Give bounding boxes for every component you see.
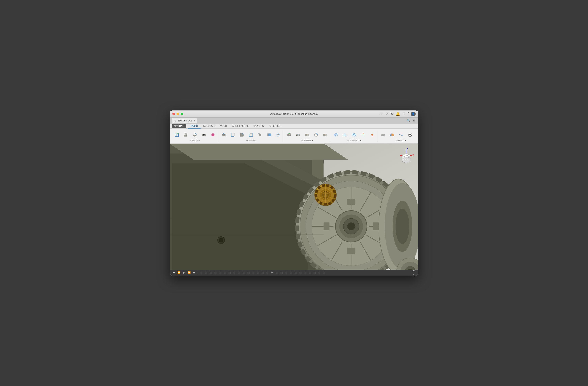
timeline-item-9[interactable]: ⬛ bbox=[237, 270, 241, 275]
forward-button[interactable]: ↻ bbox=[390, 112, 394, 116]
traffic-lights bbox=[172, 113, 183, 115]
create-label[interactable]: CREATE ▾ bbox=[190, 139, 200, 142]
timeline-item-20[interactable]: ⬛ bbox=[294, 270, 298, 275]
revolve-tool-button[interactable] bbox=[190, 131, 199, 139]
inspect-label-text: INSPECT ▾ bbox=[396, 139, 406, 142]
settings-gear-button[interactable]: ⚙ bbox=[412, 273, 416, 275]
user-avatar[interactable]: 👤 bbox=[411, 112, 416, 116]
rigid-group-button[interactable] bbox=[303, 131, 311, 139]
construct-label[interactable]: CONSTRUCT ▾ bbox=[347, 139, 361, 142]
zebra-button[interactable] bbox=[406, 131, 414, 139]
minimize-button[interactable] bbox=[176, 113, 179, 115]
skip-end-button[interactable]: ⏭ bbox=[192, 270, 196, 275]
timeline-item-18[interactable]: ⬛ bbox=[284, 270, 288, 275]
play-button[interactable]: ▶ bbox=[182, 270, 186, 275]
offset-plane-button[interactable] bbox=[332, 131, 340, 139]
next-frame-button[interactable]: ⏩ bbox=[187, 270, 191, 275]
scale-button[interactable] bbox=[256, 131, 264, 139]
measure-button[interactable] bbox=[379, 131, 387, 139]
maximize-button[interactable] bbox=[181, 113, 183, 115]
timeline-item-14[interactable]: ⬛ bbox=[260, 270, 265, 275]
timeline-item-4[interactable]: ⬛ bbox=[213, 270, 217, 275]
timeline-item-26[interactable]: ⬛ bbox=[322, 270, 326, 275]
timeline-item-21[interactable]: ⬛ bbox=[298, 270, 302, 275]
settings-icon[interactable]: ⚙ bbox=[412, 118, 416, 123]
extrude-icon bbox=[183, 132, 188, 137]
assemble-label[interactable]: ASSEMBLE ▾ bbox=[301, 139, 313, 142]
statusbar: ⏮ ⏪ ▶ ⏩ ⏭ ⬛ ⬛ ⬛ ⬛ ⬛ ⬛ ⬛ ⬛ ⬛ ⬛ ⬛ ⬛ ⬛ ⬛ ⬛ … bbox=[170, 270, 418, 275]
timeline-item-1[interactable]: ⬛ bbox=[199, 270, 203, 275]
modify-label[interactable]: MODIFY ▾ bbox=[246, 139, 255, 142]
interference-button[interactable] bbox=[388, 131, 396, 139]
tab-utilities[interactable]: UTILITIES bbox=[267, 124, 283, 129]
close-button[interactable] bbox=[172, 113, 175, 115]
timeline-item-7[interactable]: ⬛ bbox=[227, 270, 232, 275]
timeline-item-6[interactable]: ⬛ bbox=[223, 270, 227, 275]
tab-solid[interactable]: SOLID bbox=[188, 124, 201, 129]
tab-shield-icon: 🛡 bbox=[174, 119, 176, 122]
notification-icon[interactable]: 🔔 bbox=[396, 112, 400, 116]
press-pull-button[interactable] bbox=[219, 131, 228, 139]
shell-button[interactable] bbox=[247, 131, 255, 139]
help-icon[interactable]: ? bbox=[407, 112, 409, 116]
curvature-button[interactable] bbox=[397, 131, 405, 139]
timeline-item-5[interactable]: ⬛ bbox=[218, 270, 222, 275]
inspect-label[interactable]: INSPECT ▾ bbox=[396, 139, 406, 142]
timeline-item-10[interactable]: ⬛ bbox=[241, 270, 246, 275]
svg-rect-5 bbox=[184, 135, 187, 136]
freeform-tool-button[interactable] bbox=[209, 131, 217, 139]
timeline-item-13[interactable]: ⬛ bbox=[256, 270, 260, 275]
timeline-item-12[interactable]: ⬛ bbox=[251, 270, 255, 275]
timeline-item-8[interactable]: ⬛ bbox=[232, 270, 236, 275]
document-tab[interactable]: 🛡 550 Tank v42 × bbox=[172, 118, 197, 123]
timeline-item-22[interactable]: ⬛ bbox=[303, 270, 307, 275]
timeline-item-24[interactable]: ⬛ bbox=[312, 270, 317, 275]
midplane-button[interactable] bbox=[350, 131, 358, 139]
timeline-item-15[interactable]: ⬛ bbox=[265, 270, 269, 275]
svg-rect-113 bbox=[373, 222, 379, 230]
expand-icon[interactable]: ✥ bbox=[412, 270, 416, 273]
add-tab-button[interactable]: + bbox=[379, 112, 383, 116]
view-cube[interactable]: Z X TOP BACK bbox=[398, 148, 414, 163]
tab-close-button[interactable]: × bbox=[194, 119, 195, 122]
joint-button[interactable] bbox=[294, 131, 302, 139]
search-icon[interactable]: 🔍 bbox=[407, 118, 411, 123]
hole-tool-button[interactable] bbox=[200, 131, 208, 139]
svg-marker-17 bbox=[223, 133, 225, 134]
timeline-move-button[interactable]: ✥ bbox=[270, 270, 274, 275]
timeline-item-2[interactable]: ⬛ bbox=[204, 270, 208, 275]
point-button[interactable] bbox=[368, 131, 377, 139]
tab-sheetmetal[interactable]: SHEET METAL bbox=[230, 124, 251, 129]
extrude-tool-button[interactable] bbox=[181, 131, 190, 139]
contact-sets-button[interactable] bbox=[321, 131, 329, 139]
chamfer-button[interactable] bbox=[237, 131, 246, 139]
timeline-item-3[interactable]: ⬛ bbox=[209, 270, 213, 275]
timeline-item-23[interactable]: ⬛ bbox=[308, 270, 312, 275]
back-button[interactable]: ↺ bbox=[384, 112, 389, 116]
timeline-item-11[interactable]: ⬛ bbox=[246, 270, 251, 275]
accessibility-button[interactable] bbox=[415, 131, 418, 139]
svg-marker-27 bbox=[277, 136, 279, 137]
create-group: S bbox=[172, 131, 218, 142]
angled-plane-button[interactable] bbox=[341, 131, 349, 139]
timeline-item-25[interactable]: ⬛ bbox=[317, 270, 321, 275]
tab-plastic[interactable]: PLASTIC bbox=[251, 124, 267, 129]
combine-button[interactable] bbox=[265, 131, 273, 139]
tab-mesh[interactable]: MESH bbox=[217, 124, 230, 129]
skip-start-button[interactable]: ⏮ bbox=[172, 270, 176, 275]
timeline-item-19[interactable]: ⬛ bbox=[289, 270, 293, 275]
fillet-button[interactable] bbox=[229, 131, 237, 139]
tab-surface[interactable]: SURFACE bbox=[201, 124, 217, 129]
sketch-tool-button[interactable]: S bbox=[172, 131, 181, 139]
timeline-item-16[interactable]: ⬛ bbox=[274, 270, 279, 275]
design-dropdown-button[interactable]: DESIGN ▾ bbox=[172, 124, 186, 128]
timeline-item-17[interactable]: ⬛ bbox=[279, 270, 284, 275]
motion-study-button[interactable] bbox=[312, 131, 320, 139]
move-button[interactable] bbox=[274, 131, 282, 139]
svg-rect-16 bbox=[222, 135, 225, 136]
viewport[interactable]: Z X TOP BACK bbox=[170, 144, 418, 270]
prev-frame-button[interactable]: ⏪ bbox=[177, 270, 181, 275]
new-component-button[interactable] bbox=[285, 131, 293, 139]
axis-edge-button[interactable] bbox=[359, 131, 367, 139]
svg-point-99 bbox=[347, 222, 355, 230]
